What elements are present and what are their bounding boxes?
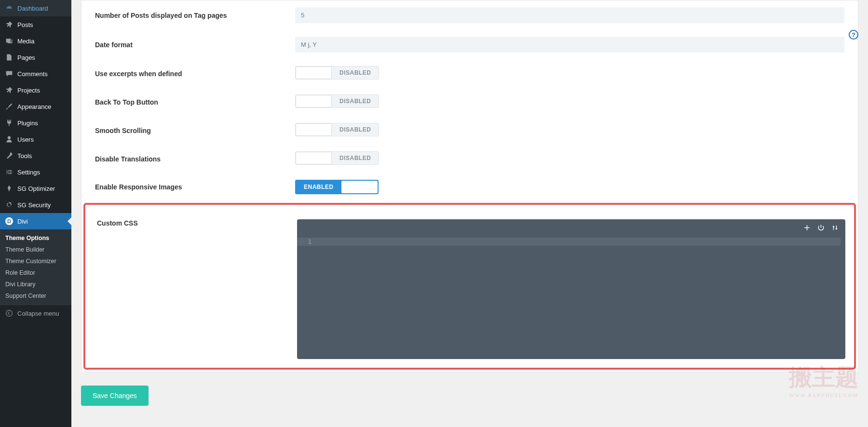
sidebar-item-tools[interactable]: Tools	[0, 147, 71, 164]
sidebar-item-users[interactable]: Users	[0, 131, 71, 147]
sidebar-label: Posts	[17, 21, 33, 28]
pages-icon	[5, 53, 14, 62]
sidebar-item-plugins[interactable]: Plugins	[0, 115, 71, 131]
row-responsive-images: Enable Responsive Images ENABLED	[81, 173, 858, 201]
row-disable-translations: Disable Translations DISABLED	[81, 145, 858, 173]
sidebar-label: Tools	[17, 152, 32, 160]
sidebar-label: SG Security	[17, 201, 51, 209]
wrench-icon	[5, 151, 14, 160]
power-icon[interactable]	[817, 224, 825, 231]
submenu-theme-options[interactable]: Theme Options	[0, 232, 71, 244]
sidebar-label: Comments	[17, 70, 48, 78]
sort-icon[interactable]	[831, 224, 839, 231]
sidebar-label: Settings	[17, 169, 40, 176]
sidebar-item-appearance[interactable]: Appearance	[0, 98, 71, 115]
row-date-format: Date format	[81, 30, 858, 59]
toggle-knob	[296, 152, 332, 164]
input-date-format[interactable]	[295, 37, 844, 53]
toggle-state: DISABLED	[332, 152, 379, 164]
dashboard-icon	[5, 4, 14, 13]
toggle-disable-translations[interactable]: DISABLED	[295, 151, 379, 165]
pin-icon	[5, 86, 14, 94]
toggle-knob	[296, 95, 332, 107]
brush-icon	[5, 102, 14, 111]
label-responsive-images: Enable Responsive Images	[95, 183, 295, 191]
toggle-back-to-top[interactable]: DISABLED	[295, 94, 379, 108]
media-icon	[5, 37, 14, 45]
row-back-to-top: Back To Top Button DISABLED	[81, 88, 858, 116]
line-number: 1	[297, 239, 316, 245]
sidebar-item-projects[interactable]: Projects	[0, 82, 71, 98]
sidebar-label: Dashboard	[17, 5, 48, 12]
row-num-posts-tag: Number of Posts displayed on Tag pages	[81, 0, 858, 30]
gear-icon	[5, 200, 14, 209]
user-icon	[5, 135, 14, 144]
toggle-knob	[296, 123, 332, 136]
toggle-knob	[296, 67, 332, 79]
divi-icon: D	[5, 217, 14, 226]
sidebar-item-sg-security[interactable]: SG Security	[0, 197, 71, 213]
expand-icon[interactable]	[803, 224, 811, 231]
sidebar-item-comments[interactable]: Comments	[0, 66, 71, 82]
settings-icon	[5, 168, 14, 176]
sidebar-label: Projects	[17, 87, 40, 94]
code-toolbar	[803, 224, 839, 231]
label-disable-translations: Disable Translations	[95, 155, 295, 163]
row-custom-css: Custom CSS 1	[83, 203, 856, 370]
label-smooth-scroll: Smooth Scrolling	[95, 127, 295, 134]
svg-point-0	[6, 310, 13, 317]
submenu-support-center[interactable]: Support Center	[0, 290, 71, 302]
toggle-knob	[341, 181, 378, 193]
sidebar-label: Media	[17, 38, 34, 45]
toggle-state: DISABLED	[332, 95, 379, 107]
toggle-state: DISABLED	[332, 67, 379, 79]
collapse-menu[interactable]: Collapse menu	[0, 305, 71, 321]
sidebar-label: Appearance	[17, 103, 51, 110]
sidebar-item-pages[interactable]: Pages	[0, 49, 71, 66]
label-num-posts-tag: Number of Posts displayed on Tag pages	[95, 12, 295, 19]
toggle-smooth-scroll[interactable]: DISABLED	[295, 123, 379, 136]
toggle-use-excerpts[interactable]: DISABLED	[295, 66, 379, 80]
submenu-theme-customizer[interactable]: Theme Customizer	[0, 255, 71, 267]
sidebar-item-dashboard[interactable]: Dashboard	[0, 0, 71, 16]
collapse-icon	[5, 309, 14, 318]
sidebar-item-posts[interactable]: Posts	[0, 16, 71, 33]
label-custom-css: Custom CSS	[97, 219, 297, 359]
sidebar-item-media[interactable]: Media	[0, 33, 71, 49]
sidebar-item-settings[interactable]: Settings	[0, 164, 71, 180]
sidebar-label: SG Optimizer	[17, 185, 55, 192]
rocket-icon	[5, 184, 14, 193]
custom-css-editor[interactable]: 1	[297, 219, 845, 359]
row-smooth-scroll: Smooth Scrolling DISABLED	[81, 116, 858, 145]
main-content: Number of Posts displayed on Tag pages D…	[71, 0, 868, 427]
toggle-responsive-images[interactable]: ENABLED	[295, 180, 379, 194]
toggle-state: ENABLED	[296, 181, 341, 193]
divi-submenu: Theme Options Theme Builder Theme Custom…	[0, 229, 71, 305]
submenu-theme-builder[interactable]: Theme Builder	[0, 244, 71, 255]
code-line: 1	[297, 238, 841, 246]
label-date-format: Date format	[95, 41, 295, 49]
comments-icon	[5, 69, 14, 78]
collapse-label: Collapse menu	[17, 310, 59, 317]
sidebar-label: Users	[17, 136, 34, 143]
save-button[interactable]: Save Changes	[81, 386, 149, 406]
row-use-excerpts: Use excerpts when defined DISABLED	[81, 59, 858, 88]
input-num-posts-tag[interactable]	[295, 7, 844, 23]
toggle-state: DISABLED	[332, 123, 379, 136]
pin-icon	[5, 20, 14, 29]
help-icon[interactable]: ?	[849, 30, 858, 40]
submenu-role-editor[interactable]: Role Editor	[0, 267, 71, 279]
plug-icon	[5, 119, 14, 127]
sidebar-label: Divi	[17, 218, 28, 225]
label-back-to-top: Back To Top Button	[95, 98, 295, 106]
sidebar-label: Pages	[17, 54, 35, 61]
sidebar-label: Plugins	[17, 120, 38, 127]
submenu-divi-library[interactable]: Divi Library	[0, 279, 71, 290]
label-use-excerpts: Use excerpts when defined	[95, 70, 295, 78]
options-panel: Number of Posts displayed on Tag pages D…	[81, 0, 858, 372]
admin-sidebar: Dashboard Posts Media Pages Comments Pro…	[0, 0, 71, 427]
sidebar-item-divi[interactable]: D Divi	[0, 213, 71, 229]
sidebar-item-sg-optimizer[interactable]: SG Optimizer	[0, 180, 71, 197]
